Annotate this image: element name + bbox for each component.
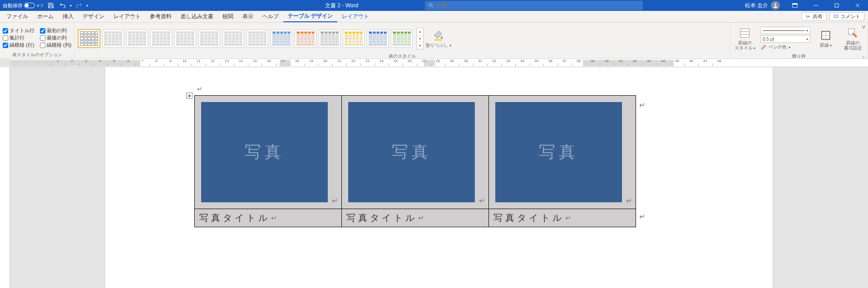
shading-button[interactable]: 塗りつぶし [426,24,450,53]
window-close[interactable] [847,0,868,11]
tab-table-design[interactable]: テーブル デザイン [283,11,337,22]
search-box[interactable] [425,1,643,10]
table-cell-title-1[interactable]: 写真タイトル↵ [195,209,342,227]
table-style-plain-4[interactable] [174,29,196,48]
table-cell-photo-3[interactable]: 写真 ↵ [489,96,636,209]
ribbon-tabs: ファイル ホーム 挿入 デザイン レイアウト 参考資料 差し込み文書 校閲 表示… [0,11,868,23]
ribbon-display-options[interactable] [784,0,805,11]
tab-view[interactable]: 表示 [238,11,258,22]
shading-label: 塗りつぶし [425,43,451,48]
table-style-plain-2[interactable] [126,29,148,48]
autosave-toggle[interactable] [24,3,35,8]
check-banded-rows[interactable]: 縞模様 (行) [3,42,35,49]
tab-table-layout[interactable]: レイアウト [337,11,374,22]
comments-label: コメント [840,13,860,20]
page-area[interactable]: ↵ ✥ 写真 ↵ 写真 ↵ 写真 ↵ [10,67,868,288]
paragraph-mark: ↵ [271,214,277,222]
table-style-blue2[interactable] [367,29,389,48]
autosave-control[interactable]: 自動保存 オフ [3,2,44,9]
save-button[interactable] [46,1,55,10]
table-style-plain-3[interactable] [150,29,172,48]
photo-placeholder[interactable]: 写真 [201,102,328,202]
tab-help[interactable]: ヘルプ [258,11,283,22]
table-style-green[interactable] [391,29,413,48]
title-bar: 自動保存 オフ ▾ ▾ 文書 2 - Word 松本 圭介 [0,0,868,11]
svg-rect-4 [793,4,798,5]
window-maximize[interactable] [826,0,847,11]
check-header-row[interactable]: タイトル行 [3,27,35,34]
autosave-label: 自動保存 [3,2,23,9]
paragraph-mark: ↵ [418,214,424,222]
borders-button[interactable]: 罫線 [814,24,838,53]
table-style-plain-1[interactable] [102,29,124,48]
row-end-mark: ↵ [639,101,645,109]
table-styles-more[interactable]: ▴ ▾ ▾ [416,28,424,49]
tab-insert[interactable]: 挿入 [58,11,78,22]
table-style-gray[interactable] [319,29,340,48]
undo-dropdown[interactable]: ▾ [70,4,72,8]
table-style-plain-5[interactable] [198,29,220,48]
border-styles-icon [739,27,751,39]
table-move-handle[interactable]: ✥ [186,93,192,99]
table-style-plain-6[interactable] [222,29,244,48]
tab-file[interactable]: ファイル [2,11,33,22]
border-weight[interactable]: 0.5 pt▾ [760,35,810,43]
tab-review[interactable]: 校閲 [218,11,238,22]
border-painter-label: 罫線の 書式設定 [844,40,862,50]
gallery-down-icon[interactable]: ▾ [417,35,423,43]
table-cell-photo-1[interactable]: 写真 ↵ [195,96,342,209]
redo-button[interactable] [74,1,84,10]
svg-rect-10 [434,39,442,40]
user-account[interactable]: 松本 圭介 [740,1,784,10]
table-style-orange[interactable] [295,29,316,48]
autosave-state: オフ [36,3,44,8]
border-styles-label: 罫線の スタイル [735,40,755,51]
gallery-up-icon[interactable]: ▴ [417,28,423,35]
search-input[interactable] [437,2,639,9]
bucket-icon [432,29,444,42]
table-style-yellow[interactable] [343,29,365,48]
gallery-expand-icon[interactable]: ▾ [417,42,423,49]
check-last-col[interactable]: 最後の列 [40,34,71,41]
photo-placeholder[interactable]: 写真 [495,102,622,202]
svg-point-9 [441,37,443,39]
table-cell-photo-2[interactable]: 写真 ↵ [342,96,489,209]
undo-button[interactable] [58,1,67,10]
share-label: 共有 [813,13,823,20]
tab-references[interactable]: 参考資料 [145,11,176,22]
photo-placeholder[interactable]: 写真 [348,102,475,202]
check-banded-cols[interactable]: 縞模様 (列) [40,42,71,49]
qat-customize[interactable]: ▾ [86,4,88,8]
tab-design[interactable]: デザイン [78,11,109,22]
tab-layout[interactable]: レイアウト [109,11,145,22]
ruler-vertical[interactable] [0,67,10,288]
tab-home[interactable]: ホーム [33,11,58,22]
group-style-options: タイトル行 最初の列 集計行 最後の列 縞模様 (行) 縞模様 (列) 表スタイ… [0,23,74,59]
border-line-style[interactable]: ▾ [760,27,810,34]
search-icon [429,3,434,8]
table-style-plain-7[interactable] [247,29,268,48]
check-total-row[interactable]: 集計行 [3,34,35,41]
border-styles-button[interactable]: 罫線の スタイル [733,24,757,53]
border-painter-button[interactable]: 罫線の 書式設定 [841,24,865,53]
document-table[interactable]: 写真 ↵ 写真 ↵ 写真 ↵ 写真タイトル↵ [194,95,636,227]
pen-color-button[interactable]: ペンの色 ▾ [760,44,810,50]
borders-icon [819,29,832,42]
table-style-blue[interactable] [271,29,292,48]
title-left: 自動保存 オフ ▾ ▾ [0,1,88,10]
comments-button[interactable]: コメント [829,12,864,21]
group-label-borders: 飾り枠 [733,53,865,59]
tab-mailings[interactable]: 差し込み文書 [176,11,218,22]
pen-icon [760,44,767,50]
window-minimize[interactable] [805,0,826,11]
collapse-ribbon[interactable]: ᐯ [862,24,865,29]
table-cell-title-3[interactable]: 写真タイトル↵ [489,209,636,227]
table-cell-title-2[interactable]: 写真タイトル↵ [342,209,489,227]
share-button[interactable]: 共有 [802,12,827,21]
ruler-horizontal[interactable]: 1234567891011121314151617181920212223242… [10,59,868,67]
ribbon: ᐯ タイトル行 最初の列 集計行 最後の列 縞模様 (行) 縞模様 (列) 表ス… [0,23,868,59]
svg-line-1 [432,6,433,7]
group-label-table-styles: 表のスタイル [77,53,727,59]
table-style-grid[interactable] [78,29,100,48]
check-first-col[interactable]: 最初の列 [40,27,71,34]
